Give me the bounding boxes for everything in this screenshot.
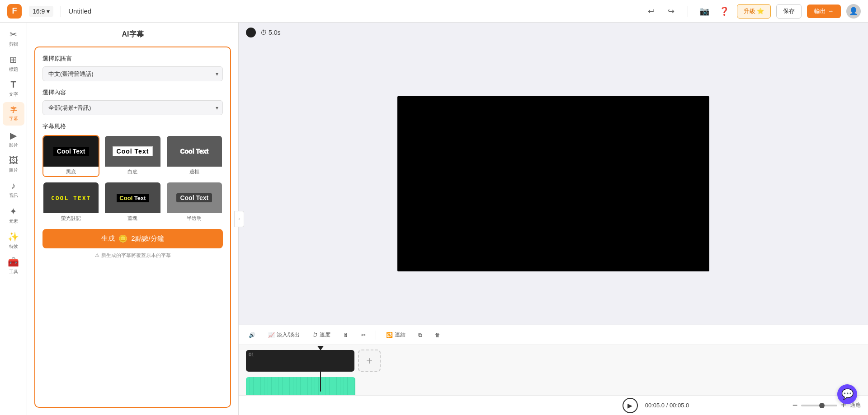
style-name-neon: 螢光註記 bbox=[43, 213, 99, 223]
timer-bar: ⏱ 5.0s bbox=[239, 23, 868, 42]
video-preview-area bbox=[239, 42, 868, 325]
video-track-row: 01 + bbox=[246, 349, 861, 373]
timeline-tracks: 01 + bbox=[239, 349, 868, 392]
tools-icon: 🧰 bbox=[8, 256, 19, 267]
sidebar-item-subtitle[interactable]: 字 字幕 bbox=[3, 102, 24, 126]
zoom-slider[interactable] bbox=[801, 405, 837, 406]
caption-icon: ⊞ bbox=[9, 54, 17, 65]
delete-button[interactable]: 🗑 bbox=[432, 330, 443, 340]
sidebar-item-text[interactable]: T 文字 bbox=[3, 77, 24, 100]
speed-label: 速度 bbox=[320, 331, 330, 339]
loop-button[interactable]: 🔁 連結 bbox=[383, 329, 408, 340]
content-wrapper: 全部(場景+音訊) 僅場景 僅音訊 ▾ bbox=[42, 100, 223, 115]
style-preview-black: Cool Text bbox=[43, 136, 99, 167]
time-separator: / bbox=[666, 402, 670, 409]
playhead[interactable] bbox=[320, 349, 321, 392]
sidebar-item-photo[interactable]: 🖼 圖片 bbox=[3, 153, 24, 176]
style-item-white[interactable]: Cool Text 白底 bbox=[104, 135, 161, 177]
warning-text: ⚠ 新生成的字幕將覆蓋原本的字幕 bbox=[42, 252, 223, 259]
timer-value: 5.0s bbox=[269, 29, 280, 36]
chat-bubble-button[interactable]: 💬 bbox=[837, 384, 857, 404]
fade-button[interactable]: 📈 淡入/淡出 bbox=[265, 329, 302, 340]
sidebar-label-clip: 剪輯 bbox=[9, 41, 18, 47]
coin-icon: 🪙 bbox=[118, 234, 127, 243]
topbar-divider-1 bbox=[61, 6, 61, 17]
sidebar-label-caption: 標題 bbox=[9, 66, 18, 73]
playback-controls-bar: ▶ 00:05.0 / 00:05.0 − + 適應 bbox=[239, 395, 868, 415]
video-track-clip[interactable]: 01 bbox=[246, 350, 354, 372]
panel-collapse-button[interactable]: › bbox=[234, 211, 244, 227]
generate-label: 生成 bbox=[101, 234, 115, 243]
sidebar-item-effect[interactable]: ✨ 特效 bbox=[3, 228, 24, 252]
help-button[interactable]: ❓ bbox=[717, 4, 731, 19]
video-canvas bbox=[397, 96, 709, 271]
timeline-tool-divider bbox=[376, 331, 376, 340]
timeline-toolbar: 🔊 📈 淡入/淡出 ⏱ 速度 🎚 ✂ 🔁 bbox=[239, 325, 868, 345]
source-lang-label: 選擇原語言 bbox=[42, 55, 223, 63]
style-item-neon[interactable]: COOL TEXT 螢光註記 bbox=[42, 182, 99, 224]
volume-button[interactable]: 🔊 bbox=[246, 330, 258, 340]
subtitle-track-clip[interactable] bbox=[246, 377, 355, 395]
generate-button[interactable]: 生成 🪙 2點數/分鐘 bbox=[42, 229, 223, 248]
source-lang-select[interactable]: 中文(臺灣普通話) 英文 日文 韓文 bbox=[42, 66, 223, 81]
style-preview-neon: COOL TEXT bbox=[43, 182, 99, 213]
style-name-block: 蓋塊 bbox=[105, 213, 160, 223]
video-icon: ▶ bbox=[10, 130, 17, 141]
main-layout: ✂ 剪輯 ⊞ 標題 T 文字 字 字幕 ▶ 影片 🖼 圖片 ♪ 音訊 ✦ 元素 bbox=[0, 23, 868, 415]
photo-icon: 🖼 bbox=[9, 155, 18, 166]
style-preview-white: Cool Text bbox=[105, 136, 160, 167]
redo-button[interactable]: ↪ bbox=[664, 4, 679, 19]
style-item-block[interactable]: Cool Text 蓋塊 bbox=[104, 182, 161, 224]
sidebar-item-video[interactable]: ▶ 影片 bbox=[3, 127, 24, 151]
cut-button[interactable]: ✂ bbox=[359, 330, 368, 340]
style-item-black[interactable]: Cool Text 黑底 bbox=[42, 135, 99, 177]
loop-label: 連結 bbox=[395, 331, 406, 339]
sidebar-item-tools[interactable]: 🧰 工具 bbox=[3, 254, 24, 277]
undo-button[interactable]: ↩ bbox=[644, 4, 659, 19]
ratio-selector[interactable]: 16:9 ▾ bbox=[29, 6, 53, 17]
upgrade-button[interactable]: 升級 ⭐ bbox=[737, 4, 771, 19]
copy-button[interactable]: ⧉ bbox=[415, 330, 425, 340]
total-time: 00:05.0 bbox=[670, 402, 689, 409]
sidebar-label-video: 影片 bbox=[9, 142, 18, 149]
style-item-semi[interactable]: Cool Text 半透明 bbox=[166, 182, 223, 224]
audio-adjust-icon: 🎚 bbox=[343, 332, 349, 338]
cut-icon: ✂ bbox=[361, 332, 366, 338]
camera-button[interactable]: 📷 bbox=[697, 4, 712, 19]
play-button[interactable]: ▶ bbox=[623, 398, 638, 413]
sidebar-item-music[interactable]: ♪ 音訊 bbox=[3, 178, 24, 201]
panel-content: 選擇原語言 中文(臺灣普通話) 英文 日文 韓文 ▾ 選擇內容 全部(場景+音訊… bbox=[34, 47, 231, 408]
sidebar-item-caption[interactable]: ⊞ 標題 bbox=[3, 51, 24, 75]
add-media-button[interactable]: + bbox=[358, 350, 381, 372]
style-label: 字幕風格 bbox=[42, 122, 223, 131]
topbar: F 16:9 ▾ Untitled ↩ ↪ 📷 ❓ 升級 ⭐ 保存 輸出 → 👤 bbox=[0, 0, 868, 23]
speed-button[interactable]: ⏱ 速度 bbox=[310, 329, 333, 340]
element-icon: ✦ bbox=[9, 206, 17, 217]
warning-message: 新生成的字幕將覆蓋原本的字幕 bbox=[101, 252, 171, 259]
export-button[interactable]: 輸出 → bbox=[807, 5, 841, 18]
content-select[interactable]: 全部(場景+音訊) 僅場景 僅音訊 bbox=[42, 100, 223, 115]
source-lang-wrapper: 中文(臺灣普通話) 英文 日文 韓文 ▾ bbox=[42, 66, 223, 81]
sidebar: ✂ 剪輯 ⊞ 標題 T 文字 字 字幕 ▶ 影片 🖼 圖片 ♪ 音訊 ✦ 元素 bbox=[0, 23, 27, 415]
sidebar-label-text: 文字 bbox=[9, 91, 18, 98]
zoom-out-button[interactable]: − bbox=[793, 400, 798, 410]
sidebar-item-element[interactable]: ✦ 元素 bbox=[3, 203, 24, 227]
style-name-outline: 邊框 bbox=[167, 167, 222, 176]
style-preview-semi: Cool Text bbox=[167, 182, 222, 213]
style-name-black: 黑底 bbox=[43, 167, 99, 176]
save-button[interactable]: 保存 bbox=[776, 4, 802, 19]
fade-icon: 📈 bbox=[268, 332, 275, 338]
center-area: ⏱ 5.0s 🔊 📈 淡入/淡出 ⏱ 速度 bbox=[239, 23, 868, 415]
volume-icon: 🔊 bbox=[249, 332, 255, 338]
zoom-thumb bbox=[819, 403, 825, 408]
left-panel-wrapper: AI字幕 選擇原語言 中文(臺灣普通話) 英文 日文 韓文 ▾ 選擇內容 bbox=[27, 23, 239, 415]
style-item-outline[interactable]: Cool Text 邊框 bbox=[166, 135, 223, 177]
timer-dot bbox=[246, 28, 256, 37]
copy-icon: ⧉ bbox=[418, 332, 422, 338]
generate-cost: 2點數/分鐘 bbox=[131, 234, 164, 243]
user-avatar[interactable]: 👤 bbox=[846, 4, 861, 19]
sidebar-item-clip[interactable]: ✂ 剪輯 bbox=[3, 26, 24, 50]
audio-adjust-button[interactable]: 🎚 bbox=[340, 330, 351, 340]
timeline-content: 01 + bbox=[239, 345, 868, 395]
warning-icon: ⚠ bbox=[95, 252, 99, 258]
